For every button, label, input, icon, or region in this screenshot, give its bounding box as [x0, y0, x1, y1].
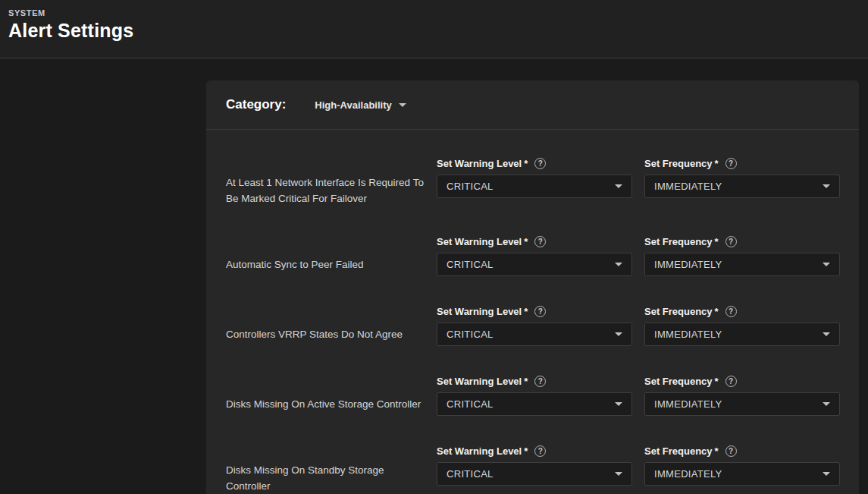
frequency-label: Set Frequency * ?: [644, 375, 840, 388]
chevron-down-icon: [615, 332, 622, 336]
chevron-down-icon: [399, 103, 406, 107]
alert-row: Disks Missing On Active Storage Controll…: [226, 375, 839, 416]
frequency-field: Set Frequency * ? IMMEDIATELY: [644, 235, 840, 276]
frequency-label: Set Frequency * ?: [644, 305, 840, 318]
warning-level-value: CRITICAL: [447, 329, 615, 340]
warning-level-label: Set Warning Level * ?: [437, 375, 632, 388]
frequency-field: Set Frequency * ? IMMEDIATELY: [644, 157, 840, 206]
help-icon[interactable]: ?: [534, 236, 546, 247]
required-asterisk: *: [524, 445, 528, 457]
chevron-down-icon: [615, 184, 622, 188]
chevron-down-icon: [823, 184, 830, 188]
warning-level-label-text: Set Warning Level: [437, 306, 522, 317]
frequency-value: IMMEDIATELY: [654, 398, 823, 410]
frequency-value: IMMEDIATELY: [654, 329, 823, 340]
warning-level-label-text: Set Warning Level: [437, 236, 522, 247]
alert-rows: At Least 1 Network Interface Is Required…: [206, 130, 859, 494]
frequency-label-text: Set Frequency: [644, 445, 713, 457]
help-icon[interactable]: ?: [534, 306, 546, 317]
warning-level-label-text: Set Warning Level: [437, 158, 522, 169]
alert-settings-card: Category: High-Availability At Least 1 N…: [206, 80, 859, 494]
page: SYSTEM Alert Settings Category: High-Ava…: [0, 0, 868, 494]
chevron-down-icon: [615, 472, 622, 476]
warning-level-label: Set Warning Level * ?: [437, 305, 632, 318]
required-asterisk: *: [715, 236, 719, 247]
help-icon[interactable]: ?: [534, 445, 546, 457]
category-value: High-Availability: [315, 99, 391, 111]
warning-level-value: CRITICAL: [447, 259, 615, 270]
frequency-value: IMMEDIATELY: [654, 259, 823, 270]
frequency-label-text: Set Frequency: [644, 306, 713, 317]
frequency-value: IMMEDIATELY: [654, 181, 823, 192]
frequency-value: IMMEDIATELY: [654, 468, 823, 480]
help-icon[interactable]: ?: [725, 376, 737, 387]
warning-level-field: Set Warning Level * ? CRITICAL: [437, 445, 632, 494]
alert-row: At Least 1 Network Interface Is Required…: [226, 157, 839, 206]
warning-level-label-text: Set Warning Level: [437, 445, 522, 457]
alert-name: Disks Missing On Standby Storage Control…: [226, 445, 425, 494]
warning-level-label-text: Set Warning Level: [437, 376, 522, 387]
warning-level-value: CRITICAL: [447, 468, 615, 480]
frequency-field: Set Frequency * ? IMMEDIATELY: [644, 305, 840, 346]
frequency-label: Set Frequency * ?: [644, 445, 840, 458]
frequency-select[interactable]: IMMEDIATELY: [644, 323, 840, 346]
category-label: Category:: [226, 97, 286, 112]
frequency-select[interactable]: IMMEDIATELY: [644, 175, 840, 198]
page-title: Alert Settings: [8, 20, 868, 42]
warning-level-label: Set Warning Level * ?: [437, 235, 632, 248]
warning-level-value: CRITICAL: [447, 398, 615, 410]
page-header: SYSTEM Alert Settings: [0, 0, 868, 58]
warning-level-value: CRITICAL: [447, 181, 615, 192]
required-asterisk: *: [715, 376, 719, 387]
frequency-select[interactable]: IMMEDIATELY: [644, 462, 840, 486]
alert-row: Controllers VRRP States Do Not Agree Set…: [226, 305, 839, 346]
alert-name: Automatic Sync to Peer Failed: [226, 235, 425, 276]
required-asterisk: *: [715, 306, 719, 317]
warning-level-field: Set Warning Level * ? CRITICAL: [437, 375, 632, 416]
alert-name: Disks Missing On Active Storage Controll…: [226, 375, 425, 416]
alert-name: Controllers VRRP States Do Not Agree: [226, 305, 425, 346]
alert-row: Disks Missing On Standby Storage Control…: [226, 445, 839, 494]
chevron-down-icon: [615, 263, 622, 266]
chevron-down-icon: [823, 263, 830, 266]
warning-level-select[interactable]: CRITICAL: [437, 323, 632, 346]
breadcrumb: SYSTEM: [8, 8, 868, 17]
warning-level-select[interactable]: CRITICAL: [437, 392, 632, 416]
category-row: Category: High-Availability: [206, 80, 859, 130]
required-asterisk: *: [715, 158, 719, 169]
chevron-down-icon: [615, 402, 622, 406]
help-icon[interactable]: ?: [725, 236, 737, 247]
content: Category: High-Availability At Least 1 N…: [0, 58, 868, 494]
warning-level-select[interactable]: CRITICAL: [437, 462, 632, 486]
frequency-field: Set Frequency * ? IMMEDIATELY: [644, 445, 840, 494]
frequency-field: Set Frequency * ? IMMEDIATELY: [644, 375, 840, 416]
warning-level-field: Set Warning Level * ? CRITICAL: [437, 305, 632, 346]
warning-level-field: Set Warning Level * ? CRITICAL: [437, 235, 632, 276]
required-asterisk: *: [524, 236, 528, 247]
help-icon[interactable]: ?: [725, 306, 737, 317]
chevron-down-icon: [823, 472, 830, 476]
help-icon[interactable]: ?: [534, 158, 546, 169]
required-asterisk: *: [524, 158, 528, 169]
warning-level-select[interactable]: CRITICAL: [437, 253, 632, 276]
frequency-label-text: Set Frequency: [644, 376, 713, 387]
frequency-select[interactable]: IMMEDIATELY: [644, 253, 840, 276]
chevron-down-icon: [823, 332, 830, 336]
alert-name: At Least 1 Network Interface Is Required…: [226, 157, 425, 206]
warning-level-label: Set Warning Level * ?: [437, 445, 632, 458]
warning-level-field: Set Warning Level * ? CRITICAL: [437, 157, 632, 206]
category-dropdown[interactable]: High-Availability: [315, 99, 406, 111]
alert-row: Automatic Sync to Peer Failed Set Warnin…: [226, 235, 839, 276]
help-icon[interactable]: ?: [725, 445, 737, 457]
required-asterisk: *: [524, 376, 528, 387]
frequency-label: Set Frequency * ?: [644, 235, 840, 248]
help-icon[interactable]: ?: [534, 376, 546, 387]
frequency-label: Set Frequency * ?: [644, 157, 840, 170]
warning-level-label: Set Warning Level * ?: [437, 157, 632, 170]
frequency-select[interactable]: IMMEDIATELY: [644, 392, 840, 416]
frequency-label-text: Set Frequency: [644, 236, 713, 247]
chevron-down-icon: [823, 402, 830, 406]
warning-level-select[interactable]: CRITICAL: [437, 175, 632, 198]
help-icon[interactable]: ?: [725, 158, 737, 169]
required-asterisk: *: [715, 445, 719, 457]
